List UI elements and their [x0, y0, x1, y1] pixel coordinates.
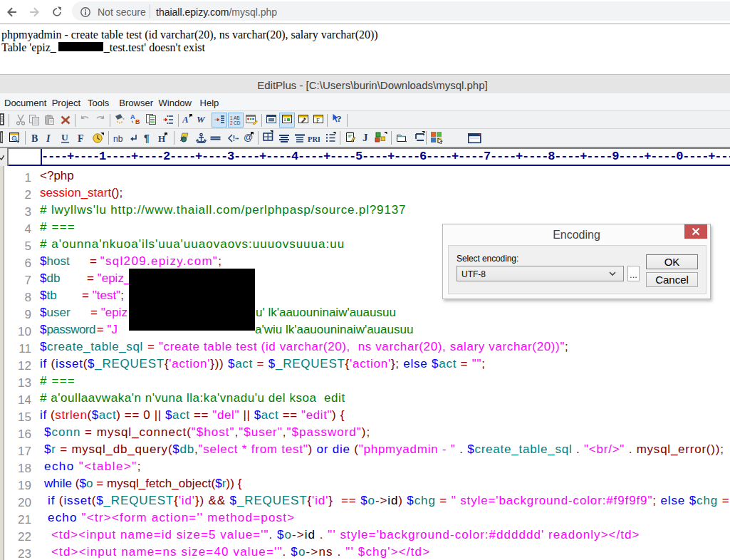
svg-text:CD: CD	[234, 120, 241, 125]
svg-text:F: F	[78, 133, 84, 144]
svg-text:nb: nb	[113, 134, 123, 144]
svg-text:U: U	[61, 132, 68, 142]
svg-text:?: ?	[337, 113, 342, 124]
svg-text:F: F	[316, 117, 320, 124]
svg-text:¶: ¶	[144, 133, 150, 144]
svg-text:PRE: PRE	[308, 135, 320, 143]
svg-text:J: J	[363, 132, 368, 143]
svg-text:W: W	[197, 114, 206, 125]
svg-text:2: 2	[230, 120, 233, 125]
svg-text:AB: AB	[234, 115, 240, 120]
svg-text:I: I	[46, 133, 51, 144]
svg-text:A: A	[130, 113, 135, 120]
svg-text:B: B	[31, 133, 38, 144]
svg-text:B: B	[135, 118, 140, 125]
svg-text:1: 1	[230, 115, 233, 120]
svg-text:H: H	[158, 133, 165, 144]
svg-text:A: A	[182, 114, 189, 125]
